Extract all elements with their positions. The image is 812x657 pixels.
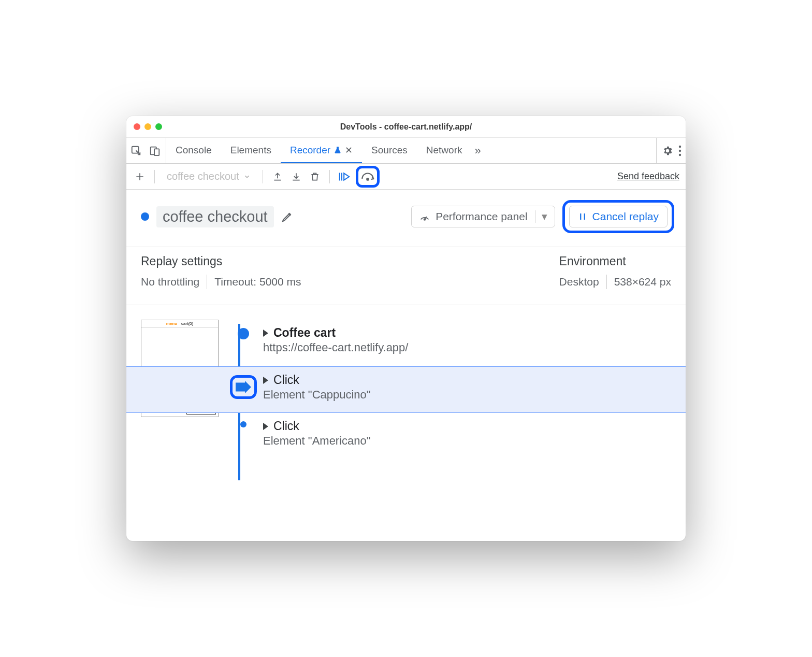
timeout-value[interactable]: Timeout: 5000 ms	[214, 276, 301, 288]
settings-icon[interactable]	[662, 145, 673, 156]
new-recording-icon[interactable]	[133, 169, 147, 184]
recording-select[interactable]: coffee checkout	[162, 169, 255, 184]
separator	[263, 170, 263, 183]
chevron-down-icon	[243, 173, 251, 180]
separator	[329, 170, 330, 183]
step-play-icon[interactable]	[337, 169, 352, 184]
replay-settings-header: Replay settings	[141, 254, 301, 268]
thumbnail-tab2: cart(0)	[181, 321, 193, 326]
svg-point-5	[679, 153, 681, 155]
recording-status-dot	[141, 212, 149, 221]
environment-settings: Environment Desktop 538×624 px	[559, 254, 671, 289]
step-subtitle: Element "Cappucino"	[263, 388, 371, 402]
step-over-highlight	[356, 166, 380, 188]
step-row[interactable]: Coffee cart https://coffee-cart.netlify.…	[233, 320, 686, 366]
tab-console[interactable]: Console	[166, 138, 221, 163]
expand-caret-icon[interactable]	[263, 330, 268, 337]
expand-caret-icon[interactable]	[263, 423, 268, 430]
thumbnail-tab1: menu	[166, 321, 177, 326]
step-title: Click	[273, 419, 299, 433]
titlebar: DevTools - coffee-cart.netlify.app/	[126, 116, 686, 138]
close-tab-icon[interactable]: ✕	[345, 145, 353, 156]
steps-area: menu cart(0) Total: $0.00 Coffee cart ht…	[126, 305, 686, 541]
separator	[207, 275, 207, 289]
tab-elements[interactable]: Elements	[221, 138, 281, 163]
expand-caret-icon[interactable]	[263, 377, 268, 384]
kebab-menu-icon[interactable]	[678, 145, 682, 156]
replay-settings: Replay settings No throttling Timeout: 5…	[141, 254, 301, 289]
step-node-pending	[240, 421, 247, 427]
export-icon[interactable]	[270, 169, 285, 184]
performance-panel-dropdown[interactable]: Performance panel ▾	[411, 206, 555, 227]
tab-recorder[interactable]: Recorder ✕	[281, 138, 362, 163]
step-title: Click	[273, 373, 299, 387]
svg-point-3	[679, 145, 681, 147]
recording-select-label: coffee checkout	[167, 170, 239, 182]
tab-network[interactable]: Network	[417, 138, 472, 163]
step-subtitle: Element "Americano"	[263, 434, 371, 448]
gauge-icon	[419, 211, 430, 222]
chevron-down-icon: ▾	[535, 210, 547, 223]
timeline: Coffee cart https://coffee-cart.netlify.…	[233, 320, 686, 460]
step-row-current[interactable]: Click Element "Cappucino"	[126, 366, 686, 413]
current-step-arrow-icon	[236, 381, 251, 393]
tab-sources[interactable]: Sources	[362, 138, 417, 163]
environment-header: Environment	[559, 254, 671, 268]
svg-point-4	[679, 149, 681, 151]
cancel-replay-label: Cancel replay	[592, 210, 659, 223]
devtools-window: DevTools - coffee-cart.netlify.app/ Cons…	[126, 116, 686, 541]
device-toolbar-icon[interactable]	[149, 145, 161, 156]
step-over-icon[interactable]	[360, 169, 375, 184]
step-node-start	[238, 328, 249, 339]
cancel-replay-highlight: Cancel replay	[562, 200, 674, 233]
svg-rect-2	[154, 149, 159, 155]
step-title: Coffee cart	[273, 326, 336, 340]
recorder-toolbar: coffee checkout Send feedback	[126, 164, 686, 190]
separator	[154, 170, 155, 183]
throttling-value[interactable]: No throttling	[141, 276, 199, 288]
panel-tabbar: Console Elements Recorder ✕ Sources Netw…	[126, 138, 686, 164]
edit-title-icon[interactable]	[281, 210, 294, 223]
tabs: Console Elements Recorder ✕ Sources Netw…	[166, 138, 471, 163]
window-title: DevTools - coffee-cart.netlify.app/	[126, 122, 686, 132]
device-value: Desktop	[559, 276, 599, 288]
cancel-replay-button[interactable]: Cancel replay	[569, 206, 668, 227]
svg-point-6	[367, 178, 369, 180]
inspect-element-icon[interactable]	[130, 145, 142, 156]
pause-icon	[578, 212, 587, 221]
recording-title[interactable]: coffee checkout	[156, 206, 274, 227]
dimensions-value: 538×624 px	[614, 276, 671, 288]
recording-header: coffee checkout Performance panel ▾ Canc…	[126, 190, 686, 247]
step-row[interactable]: Click Element "Americano"	[233, 413, 686, 460]
current-step-highlight	[230, 375, 257, 399]
separator	[606, 275, 607, 289]
send-feedback-link[interactable]: Send feedback	[617, 171, 679, 182]
performance-panel-label: Performance panel	[436, 210, 527, 223]
flask-icon	[334, 146, 342, 154]
more-tabs-icon[interactable]: »	[471, 144, 484, 158]
settings-row: Replay settings No throttling Timeout: 5…	[126, 247, 686, 305]
delete-icon[interactable]	[308, 169, 322, 184]
step-subtitle: https://coffee-cart.netlify.app/	[263, 341, 408, 354]
import-icon[interactable]	[289, 169, 303, 184]
